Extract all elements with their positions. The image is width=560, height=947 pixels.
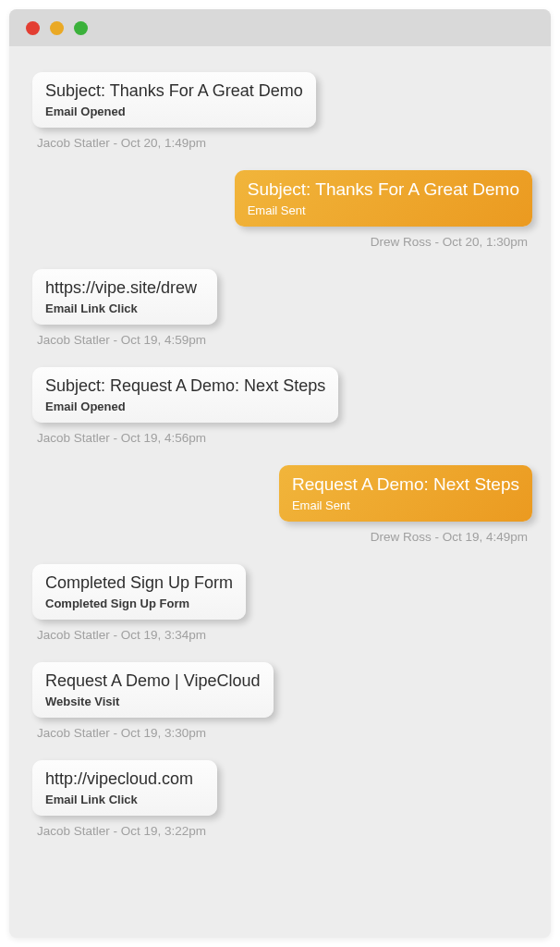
- activity-item: Request A Demo | VipeCloud Website Visit…: [32, 662, 532, 740]
- activity-meta: Jacob Statler - Oct 19, 3:22pm: [32, 824, 206, 838]
- maximize-icon[interactable]: [74, 21, 88, 35]
- activity-subtitle: Email Link Click: [45, 793, 204, 806]
- activity-bubble[interactable]: Subject: Thanks For A Great Demo Email S…: [235, 170, 532, 227]
- activity-bubble[interactable]: Request A Demo | VipeCloud Website Visit: [32, 662, 274, 718]
- activity-bubble[interactable]: Request A Demo: Next Steps Email Sent: [279, 465, 532, 522]
- activity-title: https://vipe.site/drew: [45, 278, 204, 298]
- activity-meta: Drew Ross - Oct 19, 4:49pm: [371, 530, 532, 544]
- close-icon[interactable]: [26, 21, 40, 35]
- activity-meta: Jacob Statler - Oct 19, 4:56pm: [32, 431, 206, 445]
- window-title-bar: [9, 9, 551, 46]
- activity-bubble[interactable]: Completed Sign Up Form Completed Sign Up…: [32, 564, 246, 620]
- activity-title: Subject: Thanks For A Great Demo: [248, 179, 519, 200]
- activity-title: http://vipecloud.com: [45, 769, 204, 789]
- activity-item: http://vipecloud.com Email Link Click Ja…: [32, 760, 532, 838]
- activity-subtitle: Website Visit: [45, 695, 261, 708]
- activity-title: Request A Demo: Next Steps: [292, 474, 519, 495]
- app-window: Subject: Thanks For A Great Demo Email O…: [9, 9, 551, 938]
- activity-title: Subject: Request A Demo: Next Steps: [45, 376, 325, 396]
- activity-subtitle: Email Opened: [45, 400, 325, 413]
- activity-meta: Drew Ross - Oct 20, 1:30pm: [371, 235, 532, 249]
- activity-item: https://vipe.site/drew Email Link Click …: [32, 269, 532, 347]
- activity-meta: Jacob Statler - Oct 19, 3:30pm: [32, 726, 206, 740]
- activity-meta: Jacob Statler - Oct 19, 4:59pm: [32, 333, 206, 347]
- activity-title: Request A Demo | VipeCloud: [45, 671, 261, 691]
- activity-meta: Jacob Statler - Oct 19, 3:34pm: [32, 628, 206, 642]
- activity-bubble[interactable]: Subject: Request A Demo: Next Steps Emai…: [32, 367, 338, 423]
- activity-subtitle: Email Opened: [45, 105, 303, 118]
- activity-subtitle: Email Sent: [248, 203, 519, 217]
- activity-title: Subject: Thanks For A Great Demo: [45, 81, 303, 101]
- minimize-icon[interactable]: [50, 21, 64, 35]
- activity-bubble[interactable]: https://vipe.site/drew Email Link Click: [32, 269, 217, 325]
- activity-subtitle: Email Sent: [292, 498, 519, 512]
- activity-meta: Jacob Statler - Oct 20, 1:49pm: [32, 136, 206, 150]
- activity-item: Subject: Thanks For A Great Demo Email S…: [32, 170, 532, 249]
- activity-feed: Subject: Thanks For A Great Demo Email O…: [9, 46, 551, 938]
- activity-subtitle: Email Link Click: [45, 301, 204, 315]
- activity-title: Completed Sign Up Form: [45, 573, 233, 593]
- activity-subtitle: Completed Sign Up Form: [45, 596, 233, 610]
- activity-item: Completed Sign Up Form Completed Sign Up…: [32, 564, 532, 642]
- activity-item: Request A Demo: Next Steps Email Sent Dr…: [32, 465, 532, 544]
- activity-item: Subject: Request A Demo: Next Steps Emai…: [32, 367, 532, 445]
- activity-bubble[interactable]: http://vipecloud.com Email Link Click: [32, 760, 217, 816]
- activity-item: Subject: Thanks For A Great Demo Email O…: [32, 72, 532, 150]
- activity-bubble[interactable]: Subject: Thanks For A Great Demo Email O…: [32, 72, 316, 128]
